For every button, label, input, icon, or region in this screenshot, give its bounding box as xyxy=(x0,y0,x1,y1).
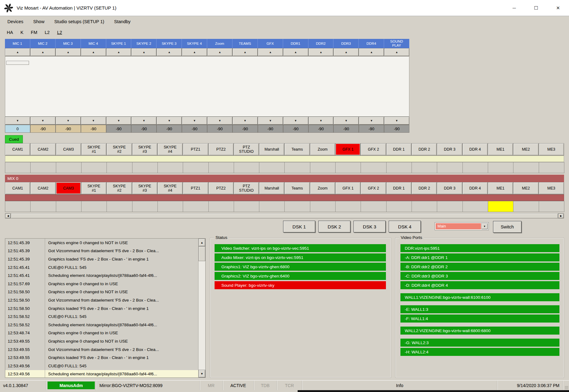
menu-item-show[interactable]: Show xyxy=(28,16,49,27)
fader-up-button[interactable]: ▲ xyxy=(384,48,409,56)
fader-down-button[interactable]: ▼ xyxy=(384,117,409,125)
source-button-cam1[interactable]: CAM1 xyxy=(5,143,30,156)
fader-down-button[interactable]: ▼ xyxy=(56,117,81,125)
scroll-right-icon[interactable]: ▶ xyxy=(558,214,564,218)
fader-track[interactable] xyxy=(308,56,333,116)
log-row[interactable]: 12:51:58.52Scheduling element /storage/p… xyxy=(5,321,198,329)
source-button-gfx-1[interactable]: GFX 1 xyxy=(335,182,361,194)
source-button-ddr-4[interactable]: DDR 4 xyxy=(462,182,488,194)
log-row[interactable]: 12:51:58.50Got Vizcommand from dataeleme… xyxy=(5,296,198,304)
fader-track[interactable] xyxy=(182,56,207,116)
fader-up-button[interactable]: ▲ xyxy=(232,48,258,56)
minimize-icon[interactable]: ─ xyxy=(503,0,525,16)
source-button-cam2[interactable]: CAM2 xyxy=(30,182,56,194)
fader-up-button[interactable]: ▲ xyxy=(5,48,30,56)
fader-down-button[interactable]: ▼ xyxy=(131,117,157,125)
source-button-marshall[interactable]: Marshall xyxy=(259,182,284,194)
source-button-zoom[interactable]: Zoom xyxy=(310,143,335,156)
source-button-cam3[interactable]: CAM3 xyxy=(56,182,81,194)
chevron-down-icon[interactable]: ▼ xyxy=(481,223,488,229)
source-button-cam3[interactable]: CAM3 xyxy=(56,143,81,156)
source-button-skype-2[interactable]: SKYPE #2 xyxy=(107,143,132,156)
fader-up-button[interactable]: ▲ xyxy=(157,48,182,56)
fader-up-button[interactable]: ▲ xyxy=(258,48,283,56)
fader-track[interactable] xyxy=(56,56,81,116)
log-row[interactable]: 12:53:49.55Got Vizcommand from dataeleme… xyxy=(5,345,198,354)
log-scrollbar[interactable]: ▲ ▼ xyxy=(198,239,205,377)
fader-track[interactable] xyxy=(207,56,232,116)
source-button-ptz2[interactable]: PTZ2 xyxy=(208,182,234,194)
log-row[interactable]: 12:53:49.56Scheduling element /storage/p… xyxy=(5,370,198,378)
log-scrollbar-thumb[interactable] xyxy=(199,246,205,261)
log-row[interactable]: 12:51:58.50Graphics loaded 'FS dve - 2 B… xyxy=(5,304,198,313)
fader-track[interactable] xyxy=(333,56,359,116)
source-button-ptz2[interactable]: PTZ2 xyxy=(208,143,234,156)
source-button-ptz1[interactable]: PTZ1 xyxy=(183,182,208,194)
transition-select[interactable]: Main ▼ xyxy=(435,222,489,230)
menu-item-standby[interactable]: Standby xyxy=(109,16,136,27)
log-row[interactable]: 12:53:49.55Graphics engine 0 changed to … xyxy=(5,337,198,345)
fader-down-button[interactable]: ▼ xyxy=(5,117,30,125)
log-row[interactable]: 12:53:49.55Graphics loaded 'FS dve - 2 B… xyxy=(5,353,198,362)
fader-down-button[interactable]: ▼ xyxy=(81,117,106,125)
fader-down-button[interactable]: ▼ xyxy=(207,117,232,125)
scroll-up-icon[interactable]: ▲ xyxy=(199,239,205,246)
fader-down-button[interactable]: ▼ xyxy=(232,117,258,125)
source-button-gfx-2[interactable]: GFX 2 xyxy=(361,182,386,194)
source-button-ddr-2[interactable]: DDR 2 xyxy=(412,182,437,194)
horizontal-scrollbar[interactable]: ◀ ▶ xyxy=(5,213,564,219)
log-row[interactable]: 12:51:57.69Graphics engine 0 changed to … xyxy=(5,280,198,288)
shortcut-fm[interactable]: FM xyxy=(31,30,37,35)
source-button-ptz-studio[interactable]: PTZ STUDIO xyxy=(234,182,259,194)
source-button-me2[interactable]: ME2 xyxy=(513,143,538,156)
fader-up-button[interactable]: ▲ xyxy=(81,48,106,56)
log-row[interactable]: 12:51:45.41Scheduling element /storage/p… xyxy=(5,271,198,280)
fader-track[interactable] xyxy=(283,56,308,116)
fader-up-button[interactable]: ▲ xyxy=(207,48,232,56)
dsk-button-dsk-3[interactable]: DSK 3 xyxy=(354,221,386,232)
log-row[interactable]: 12:51:45.39Graphics engine 0 changed to … xyxy=(5,239,198,247)
maximize-icon[interactable]: ☐ xyxy=(525,0,547,16)
log-scrollbar-track[interactable] xyxy=(199,261,205,370)
menu-item-studio-setups-setup-1[interactable]: Studio setups (SETUP 1) xyxy=(49,16,109,27)
fader-up-button[interactable]: ▲ xyxy=(359,48,384,56)
source-button-ptz-studio[interactable]: PTZ STUDIO xyxy=(234,143,259,156)
source-button-skype-1[interactable]: SKYPE #1 xyxy=(81,143,107,156)
fader-down-button[interactable]: ▼ xyxy=(182,117,207,125)
source-button-ddr-4[interactable]: DDR 4 xyxy=(462,143,488,156)
resize-grip[interactable] xyxy=(563,381,569,390)
source-button-ddr-3[interactable]: DDR 3 xyxy=(437,143,462,156)
fader-down-button[interactable]: ▼ xyxy=(258,117,283,125)
source-button-zoom[interactable]: Zoom xyxy=(310,182,335,194)
fader-up-button[interactable]: ▲ xyxy=(283,48,308,56)
shortcut-ha[interactable]: HA xyxy=(7,30,13,35)
source-button-skype-3[interactable]: SKYPE #3 xyxy=(132,182,157,194)
log-row[interactable]: 12:51:45.39Got Vizcommand from dataeleme… xyxy=(5,247,198,255)
source-button-gfx-1[interactable]: GFX 1 xyxy=(335,143,361,156)
source-button-cam2[interactable]: CAM2 xyxy=(30,143,56,156)
fader-track[interactable] xyxy=(132,56,157,116)
source-button-ddr-2[interactable]: DDR 2 xyxy=(412,143,437,156)
log-row[interactable]: 12:51:58.50Graphics engine 0 changed to … xyxy=(5,288,198,296)
fader-up-button[interactable]: ▲ xyxy=(308,48,334,56)
log-row[interactable]: 12:51:45.41CUE@0 FULL1: 545 xyxy=(5,263,198,272)
source-button-gfx-2[interactable]: GFX 2 xyxy=(361,143,386,156)
shortcut-l2[interactable]: L2 xyxy=(57,30,62,35)
log-row[interactable]: 12:53:49.56CUE@0 FULL1: 545 xyxy=(5,362,198,370)
source-button-me3[interactable]: ME3 xyxy=(539,143,564,156)
fader-up-button[interactable]: ▲ xyxy=(56,48,81,56)
scroll-left-icon[interactable]: ◀ xyxy=(5,214,11,218)
horizontal-scrollbar-thumb[interactable] xyxy=(11,214,558,218)
fader-down-button[interactable]: ▼ xyxy=(333,117,359,125)
fader-up-button[interactable]: ▲ xyxy=(131,48,157,56)
shortcut-k[interactable]: K xyxy=(20,30,23,35)
source-button-skype-1[interactable]: SKYPE #1 xyxy=(81,182,107,194)
fader-down-button[interactable]: ▼ xyxy=(308,117,334,125)
source-button-skype-4[interactable]: SKYPE #4 xyxy=(157,182,183,194)
source-button-me3[interactable]: ME3 xyxy=(539,182,564,194)
menu-item-devices[interactable]: Devices xyxy=(2,16,28,27)
source-button-skype-2[interactable]: SKYPE #2 xyxy=(107,182,132,194)
source-button-me2[interactable]: ME2 xyxy=(513,182,538,194)
source-button-marshall[interactable]: Marshall xyxy=(259,143,284,156)
fader-track[interactable] xyxy=(5,56,31,116)
